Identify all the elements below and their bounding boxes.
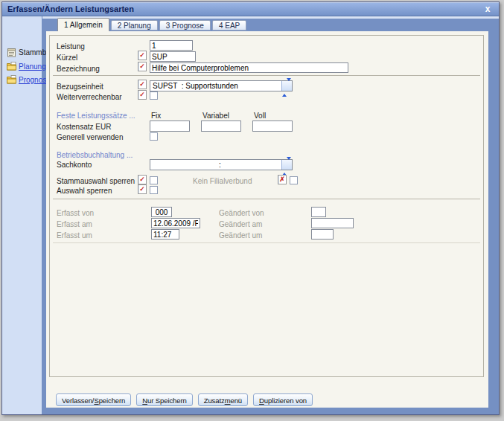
tab-planung[interactable]: 2 Planung bbox=[111, 20, 158, 30]
erfasst-von-input[interactable] bbox=[151, 207, 172, 217]
titlebar: Erfassen/Ändern Leistungsarten x bbox=[2, 2, 499, 16]
sachkonto-value: : bbox=[150, 160, 281, 170]
stammauswahl-sperren-checkbox[interactable] bbox=[150, 176, 158, 184]
sidebar-item-label: Planung bbox=[19, 62, 46, 71]
kuerzel-label: Kürzel bbox=[57, 54, 77, 62]
red-check-icon[interactable]: ✓ bbox=[138, 80, 147, 89]
bezeichnung-input[interactable] bbox=[150, 62, 348, 73]
weiterverrechenbar-checkbox[interactable] bbox=[150, 91, 158, 100]
tab-prognose[interactable]: 3 Prognose bbox=[159, 20, 211, 30]
stammauswahl-sperren-label: Stammauswahl sperren bbox=[57, 177, 135, 185]
kuerzel-input[interactable] bbox=[150, 51, 196, 62]
sachkonto-label: Sachkonto bbox=[57, 161, 92, 169]
button-label: Zusatz bbox=[204, 396, 225, 405]
leistung-input[interactable] bbox=[150, 40, 193, 51]
button-label: enü bbox=[230, 396, 242, 405]
notepad-icon bbox=[7, 48, 16, 57]
erfasst-am-label: Erfasst am bbox=[57, 220, 92, 228]
button-row: Verlassen/Speichern Nur Speichern Zusatz… bbox=[56, 393, 313, 406]
kostensatz-voll-input[interactable] bbox=[252, 120, 293, 132]
kostensatz-fix-input[interactable] bbox=[150, 120, 190, 132]
weiterverrechenbar-label: Weiterverrechenbar bbox=[57, 93, 122, 101]
column-header-voll: Voll bbox=[254, 112, 266, 120]
bezugseinheit-value: SUPST : Supportstunden bbox=[150, 81, 281, 91]
verlassen-speichern-button[interactable]: Verlassen/Speichern bbox=[56, 393, 131, 406]
form-panel: Leistung Kürzel ✓ Bezeichnung ✓ Bezugsei… bbox=[49, 35, 484, 377]
sidebar-item-prognose[interactable]: Prognose bbox=[7, 75, 51, 84]
separator bbox=[53, 199, 480, 199]
tab-eap[interactable]: 4 EAP bbox=[212, 20, 246, 30]
tab-label: 4 EAP bbox=[219, 22, 240, 30]
erfasst-von-label: Erfasst von bbox=[57, 209, 94, 217]
leistung-label: Leistung bbox=[57, 42, 85, 51]
separator bbox=[53, 75, 480, 76]
generell-verwenden-checkbox[interactable] bbox=[150, 132, 158, 141]
bezugseinheit-label: Bezugseinheit bbox=[57, 83, 103, 91]
folder-icon bbox=[7, 75, 16, 84]
button-label: uplizieren von bbox=[264, 396, 307, 405]
separator bbox=[53, 242, 480, 243]
red-x-icon[interactable]: ✗ bbox=[278, 175, 287, 184]
kein-filialverbund-checkbox[interactable] bbox=[290, 176, 298, 184]
tab-label: 1 Allgemein bbox=[64, 21, 103, 29]
auswahl-sperren-label: Auswahl sperren bbox=[57, 187, 112, 195]
kostensatz-label: Kostensatz EUR bbox=[57, 123, 111, 131]
tab-bar: 1 Allgemein 2 Planung 3 Prognose 4 EAP bbox=[57, 18, 246, 31]
nur-speichern-button[interactable]: Nur Speichern bbox=[136, 393, 192, 406]
button-label: Verlassen/ bbox=[62, 396, 94, 405]
sachkonto-combobox[interactable]: : bbox=[150, 159, 293, 170]
red-check-icon[interactable]: ✓ bbox=[138, 175, 147, 184]
geaendert-um-input[interactable] bbox=[311, 229, 334, 240]
geaendert-am-input[interactable] bbox=[311, 218, 354, 228]
red-check-icon[interactable]: ✓ bbox=[138, 90, 147, 100]
button-key: D bbox=[259, 396, 264, 405]
tab-label: 2 Planung bbox=[118, 22, 151, 30]
erfasst-um-label: Erfasst um bbox=[57, 231, 92, 240]
erfasst-am-input[interactable] bbox=[151, 218, 200, 228]
sidebar: Stammblatt Planung Prognose bbox=[2, 16, 42, 414]
combo-arrow-icon[interactable] bbox=[281, 160, 292, 170]
combo-arrow-icon[interactable] bbox=[281, 81, 292, 91]
window-title: Erfassen/Ändern Leistungsarten bbox=[7, 2, 134, 16]
bezeichnung-label: Bezeichnung bbox=[57, 65, 100, 73]
geaendert-am-label: Geändert am bbox=[219, 220, 262, 228]
zusatzmenue-button[interactable]: Zusatzmenü bbox=[198, 393, 248, 406]
kein-filialverbund-label: Kein Filialverbund bbox=[193, 177, 252, 185]
column-header-variabel: Variabel bbox=[202, 112, 229, 120]
red-check-icon[interactable]: ✓ bbox=[138, 51, 147, 60]
sidebar-item-planung[interactable]: Planung bbox=[7, 62, 46, 71]
geaendert-von-label: Geändert von bbox=[219, 209, 264, 217]
button-label: peichern bbox=[99, 396, 126, 405]
tab-label: 3 Prognose bbox=[166, 22, 204, 30]
feste-leistungssaetze-section-label: Feste Leistungssätze ... bbox=[57, 112, 135, 120]
duplizieren-von-button[interactable]: Duplizieren von bbox=[253, 393, 313, 406]
red-check-icon[interactable]: ✓ bbox=[138, 62, 147, 71]
close-button[interactable]: x bbox=[482, 2, 493, 16]
kostensatz-variabel-input[interactable] bbox=[201, 120, 241, 132]
dialog-window: Erfassen/Ändern Leistungsarten x Stammbl… bbox=[1, 1, 500, 415]
bezugseinheit-combobox[interactable]: SUPST : Supportstunden bbox=[150, 80, 293, 91]
red-check-icon[interactable]: ✓ bbox=[138, 184, 147, 194]
geaendert-um-label: Geändert um bbox=[219, 231, 262, 240]
column-header-fix: Fix bbox=[151, 112, 161, 120]
screen: Erfassen/Ändern Leistungsarten x Stammbl… bbox=[0, 0, 504, 421]
folder-icon bbox=[7, 62, 16, 71]
button-label: ur Speichern bbox=[147, 396, 187, 405]
erfasst-um-input[interactable] bbox=[151, 229, 179, 240]
auswahl-sperren-checkbox[interactable] bbox=[150, 186, 158, 194]
geaendert-von-input[interactable] bbox=[311, 207, 326, 217]
tab-allgemein[interactable]: 1 Allgemein bbox=[57, 18, 109, 31]
betriebsbuchhaltung-section-label: Betriebsbuchhaltung ... bbox=[57, 151, 133, 159]
generell-verwenden-label: Generell verwenden bbox=[57, 133, 124, 141]
